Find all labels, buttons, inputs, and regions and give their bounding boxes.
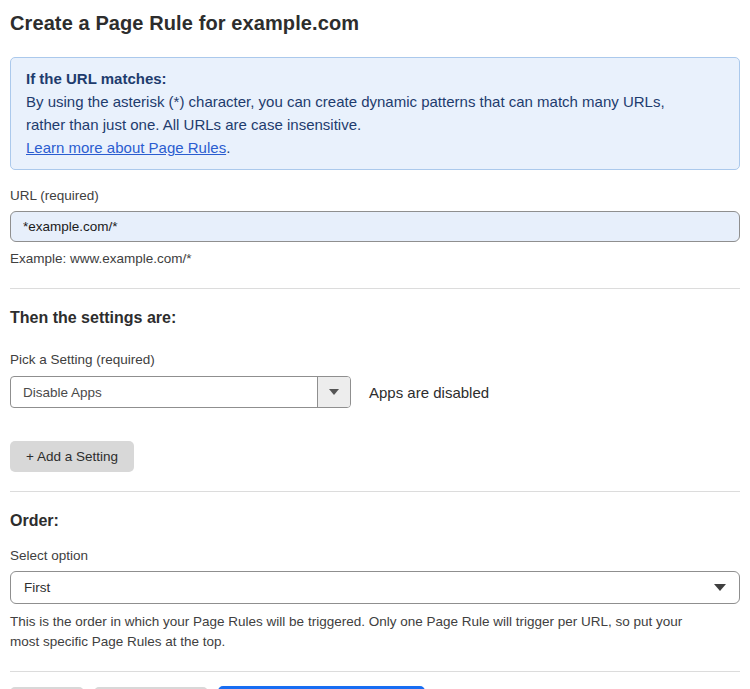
order-select[interactable]: First [10, 571, 740, 604]
setting-row: Disable Apps Apps are disabled [10, 376, 740, 408]
url-example-hint: Example: www.example.com/* [10, 249, 740, 269]
create-page-rule-form: Create a Page Rule for example.com If th… [0, 0, 750, 689]
chevron-down-icon [714, 584, 726, 591]
order-select-value: First [24, 580, 50, 595]
divider [10, 491, 740, 492]
dropdown-arrow-button[interactable] [317, 377, 350, 407]
info-box-heading: If the URL matches: [26, 67, 724, 90]
info-link-line: Learn more about Page Rules. [26, 136, 724, 159]
url-input[interactable] [10, 211, 740, 242]
link-suffix: . [226, 139, 230, 156]
add-setting-button[interactable]: + Add a Setting [10, 441, 134, 472]
settings-section-heading: Then the settings are: [10, 309, 740, 327]
setting-status-text: Apps are disabled [369, 384, 489, 401]
divider [10, 671, 740, 672]
setting-dropdown-value: Disable Apps [11, 377, 317, 407]
setting-dropdown[interactable]: Disable Apps [10, 376, 351, 408]
divider [10, 288, 740, 289]
page-title: Create a Page Rule for example.com [10, 12, 740, 35]
pick-setting-label: Pick a Setting (required) [10, 352, 740, 367]
chevron-down-icon [329, 389, 339, 395]
order-help-text: This is the order in which your Page Rul… [10, 612, 740, 652]
select-option-label: Select option [10, 548, 740, 563]
info-box-body: By using the asterisk (*) character, you… [26, 90, 724, 136]
info-box: If the URL matches: By using the asteris… [10, 57, 740, 170]
url-label: URL (required) [10, 188, 740, 203]
learn-more-link[interactable]: Learn more about Page Rules [26, 139, 226, 156]
order-section-heading: Order: [10, 512, 740, 530]
